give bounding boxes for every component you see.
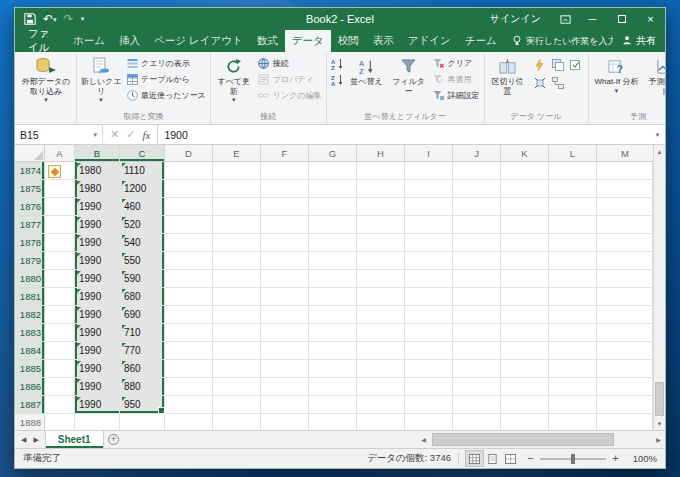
cell-col-j[interactable] (453, 288, 501, 306)
row-header[interactable]: 1885 (15, 360, 45, 378)
cell-col-f[interactable] (261, 342, 309, 360)
get-external-data-button[interactable]: 外部データの取り込み ▼ (18, 54, 74, 124)
cell-col-h[interactable] (357, 270, 405, 288)
cell-col-g[interactable] (309, 414, 357, 430)
cell-col-e[interactable] (213, 180, 261, 198)
minimize-button[interactable]: ─ (578, 8, 607, 30)
cell-col-l[interactable] (549, 252, 597, 270)
cell-col-b[interactable]: 1990 (75, 342, 120, 360)
cell-col-g[interactable] (309, 216, 357, 234)
properties-button[interactable]: プロパティ (256, 72, 324, 87)
sort-descending-button[interactable]: ZA (329, 72, 346, 87)
cell-col-k[interactable] (501, 234, 549, 252)
from-table-button[interactable]: テーブルから (124, 72, 208, 87)
cell-col-b[interactable]: 1990 (75, 360, 120, 378)
column-header[interactable]: B (75, 145, 120, 161)
cell-col-l[interactable] (549, 396, 597, 414)
cell-col-c[interactable]: 770 (120, 342, 165, 360)
cell-col-c[interactable]: 680 (120, 288, 165, 306)
cell-col-b[interactable] (75, 414, 120, 430)
tell-me-search[interactable]: 実行したい作業を入力してください (504, 30, 613, 52)
cell-col-b[interactable]: 1990 (75, 216, 120, 234)
scroll-up-icon[interactable]: ▲ (654, 145, 665, 158)
cell-col-i[interactable] (405, 396, 453, 414)
filter-button[interactable]: フィルター (388, 54, 430, 111)
error-checking-smart-tag[interactable] (48, 165, 61, 178)
insert-function-icon[interactable]: fx (142, 129, 150, 141)
cell-col-c[interactable]: 590 (120, 270, 165, 288)
vertical-scrollbar[interactable]: ▲ ▼ (653, 145, 665, 430)
ribbon-tab[interactable]: 校閲 (331, 30, 366, 52)
cell-col-d[interactable] (165, 378, 213, 396)
ribbon-tab[interactable]: 表示 (366, 30, 401, 52)
cell-col-k[interactable] (501, 414, 549, 430)
reapply-filter-button[interactable]: 再適用 (431, 72, 482, 87)
cell-col-d[interactable] (165, 396, 213, 414)
cell-col-h[interactable] (357, 252, 405, 270)
horizontal-scrollbar[interactable]: ◀ ▶ (417, 431, 665, 448)
cell-col-c[interactable]: 1110 (120, 162, 165, 180)
cell-col-d[interactable] (165, 270, 213, 288)
cell-col-a[interactable] (45, 234, 75, 252)
cell-col-d[interactable] (165, 216, 213, 234)
text-to-columns-button[interactable]: 区切り位置 (487, 54, 529, 111)
cell-col-i[interactable] (405, 324, 453, 342)
cell-col-g[interactable] (309, 162, 357, 180)
cell-col-i[interactable] (405, 288, 453, 306)
vertical-scroll-track[interactable] (654, 158, 665, 417)
cell-col-a[interactable] (45, 180, 75, 198)
cell-col-m[interactable] (597, 180, 653, 198)
cell-col-i[interactable] (405, 270, 453, 288)
cell-col-i[interactable] (405, 234, 453, 252)
cell-col-j[interactable] (453, 360, 501, 378)
cell-col-c[interactable]: 690 (120, 306, 165, 324)
select-all-corner[interactable] (15, 145, 45, 161)
formula-bar-expand-icon[interactable]: ▾ (650, 125, 665, 144)
cell-col-g[interactable] (309, 252, 357, 270)
row-header[interactable]: 1878 (15, 234, 45, 252)
row-header[interactable]: 1879 (15, 252, 45, 270)
horizontal-scroll-thumb[interactable] (432, 433, 614, 446)
forecast-sheet-button[interactable]: 予測シート (644, 54, 666, 111)
row-header[interactable]: 1886 (15, 378, 45, 396)
cell-col-l[interactable] (549, 342, 597, 360)
scroll-right-icon[interactable]: ▶ (652, 436, 665, 443)
cell-col-f[interactable] (261, 252, 309, 270)
cell-col-f[interactable] (261, 270, 309, 288)
cell-col-e[interactable] (213, 378, 261, 396)
cell-col-j[interactable] (453, 216, 501, 234)
show-queries-button[interactable]: クエリの表示 (124, 56, 208, 71)
restore-button[interactable] (607, 8, 636, 30)
formula-input[interactable]: 1900 (158, 125, 650, 144)
zoom-out-button[interactable]: − (526, 453, 535, 464)
cell-col-k[interactable] (501, 324, 549, 342)
close-button[interactable]: × (636, 8, 665, 30)
cell-col-b[interactable]: 1990 (75, 288, 120, 306)
cell-col-i[interactable] (405, 342, 453, 360)
cell-col-i[interactable] (405, 360, 453, 378)
cell-col-f[interactable] (261, 162, 309, 180)
cell-col-l[interactable] (549, 270, 597, 288)
column-header[interactable]: L (549, 145, 597, 161)
cell-col-g[interactable] (309, 270, 357, 288)
cell-col-j[interactable] (453, 396, 501, 414)
cell-col-i[interactable] (405, 306, 453, 324)
cell-col-m[interactable] (597, 342, 653, 360)
cell-col-j[interactable] (453, 270, 501, 288)
ribbon-tab[interactable]: ホーム (66, 30, 112, 52)
view-page-break-button[interactable] (502, 451, 519, 466)
cell-col-j[interactable] (453, 414, 501, 430)
recent-sources-button[interactable]: 最近使ったソース (124, 88, 208, 103)
cell-col-j[interactable] (453, 306, 501, 324)
cell-col-e[interactable] (213, 414, 261, 430)
cell-col-a[interactable] (45, 198, 75, 216)
cell-col-h[interactable] (357, 288, 405, 306)
cell-col-a[interactable] (45, 216, 75, 234)
ribbon-display-options-icon[interactable] (552, 8, 578, 30)
ribbon-tab[interactable]: チーム (458, 30, 504, 52)
cell-col-b[interactable]: 1980 (75, 162, 120, 180)
scroll-down-icon[interactable]: ▼ (654, 417, 665, 430)
cell-col-k[interactable] (501, 198, 549, 216)
cell-col-d[interactable] (165, 234, 213, 252)
column-header[interactable]: G (309, 145, 357, 161)
